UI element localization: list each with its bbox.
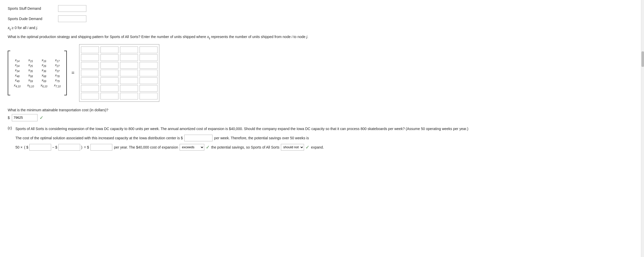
demand-section: Sports Stuff Demand Sports Dude Demand	[8, 5, 636, 22]
matrix-vars-row-3: x34 x35 x36 x37	[11, 68, 63, 73]
input-r7c1[interactable]	[81, 93, 99, 99]
input-r5c1[interactable]	[81, 77, 99, 84]
matrix-vars-inner: x14 x15 x16 x17 x24 x25 x26 x27 x34 x35 …	[11, 57, 63, 89]
optimal-question: What is the optimal production strategy …	[8, 34, 636, 40]
check-mark-3: ✓	[306, 144, 309, 150]
var-x48: x48	[11, 73, 23, 78]
paren-group: ( $ − $ )	[24, 144, 82, 151]
input-r5c4[interactable]	[140, 77, 158, 84]
var-x16: x16	[38, 58, 50, 63]
var-x410: x4,10	[11, 83, 23, 88]
sports-stuff-label: Sports Stuff Demand	[8, 6, 54, 11]
input-r2c1[interactable]	[81, 54, 99, 61]
input-row-2	[81, 54, 158, 61]
input-r3c4[interactable]	[140, 62, 158, 69]
var-x58: x58	[25, 73, 36, 78]
var-x610: x6,10	[38, 83, 50, 88]
var-x35: x35	[25, 68, 36, 73]
savings-total-input[interactable]	[90, 144, 112, 151]
input-r3c3[interactable]	[120, 62, 138, 69]
input-r6c3[interactable]	[120, 85, 138, 92]
input-row-5	[81, 77, 158, 84]
scrollbar-track[interactable]	[641, 0, 644, 160]
expansion-comparison-dropdown[interactable]: exceeds equals is less than	[180, 144, 204, 151]
input-r5c2[interactable]	[100, 77, 118, 84]
input-r3c2[interactable]	[100, 62, 118, 69]
min-transport-input[interactable]	[12, 114, 38, 121]
var-x14: x14	[11, 58, 23, 63]
should-expand-dropdown[interactable]: should not should	[281, 144, 304, 151]
input-r4c3[interactable]	[120, 70, 138, 76]
matrix-vars-row-5: x49 x59 x69 x79	[11, 78, 63, 83]
check-mark-1: ✓	[40, 115, 43, 121]
input-r7c2[interactable]	[100, 93, 118, 99]
input-r6c2[interactable]	[100, 85, 118, 92]
var-x79: x79	[51, 78, 63, 83]
paren-close: )	[81, 145, 82, 149]
left-bracket	[8, 51, 10, 95]
var-x15: x15	[25, 58, 36, 63]
var-x17: x17	[51, 58, 63, 63]
var-x59: x59	[25, 78, 36, 83]
equals-sign-2: = $	[84, 145, 89, 149]
potential-savings-text: the potential savings, so Sports of All …	[211, 145, 279, 149]
input-r2c4[interactable]	[140, 54, 158, 61]
input-r1c3[interactable]	[120, 47, 138, 53]
var-x69: x69	[38, 78, 50, 83]
var-x37: x37	[51, 68, 63, 73]
per-year-text: per year. The $40,000 cost of expansion	[114, 145, 178, 149]
sports-stuff-demand-row: Sports Stuff Demand	[8, 5, 636, 12]
input-r3c1[interactable]	[81, 62, 99, 69]
var-x49: x49	[11, 78, 23, 83]
min-transport-section: What is the minimum attainable transport…	[8, 108, 636, 121]
constraint-var: xij ≥ 0 for all i and j.	[8, 26, 38, 30]
var-x78: x78	[51, 73, 63, 78]
part-c-row2: 50 × ( $ − $ ) = $ per year. The $40,000…	[15, 144, 636, 151]
input-r7c4[interactable]	[140, 93, 158, 99]
var-x26: x26	[38, 63, 50, 68]
sports-dude-input[interactable]	[58, 15, 86, 22]
input-r5c3[interactable]	[120, 77, 138, 84]
input-row-3	[81, 62, 158, 69]
matrix-section: x14 x15 x16 x17 x24 x25 x26 x27 x34 x35 …	[8, 44, 636, 102]
savings-input-a[interactable]	[29, 144, 51, 151]
input-r4c2[interactable]	[100, 70, 118, 76]
input-row-4	[81, 70, 158, 76]
matrix-vars-row-4: x48 x58 x68 x78	[11, 73, 63, 78]
input-r1c1[interactable]	[81, 47, 99, 53]
minus-sign: − $	[52, 145, 57, 149]
matrix-vars-row-1: x14 x15 x16 x17	[11, 58, 63, 63]
input-r4c4[interactable]	[140, 70, 158, 76]
part-c-description: Sports of All Sorts is considering expan…	[15, 126, 636, 132]
part-c-letter: (c)	[8, 126, 15, 151]
var-x34: x34	[11, 68, 23, 73]
sports-dude-demand-row: Sports Dude Demand	[8, 15, 636, 22]
input-r1c2[interactable]	[100, 47, 118, 53]
dollar-sign: $	[8, 116, 10, 120]
var-x510: x5,10	[25, 83, 36, 88]
input-r6c4[interactable]	[140, 85, 158, 92]
var-x24: x24	[11, 63, 23, 68]
input-r2c3[interactable]	[120, 54, 138, 61]
input-r2c2[interactable]	[100, 54, 118, 61]
var-x710: x7,10	[51, 83, 63, 88]
var-x68: x68	[38, 73, 50, 78]
scrollbar-thumb[interactable]	[641, 51, 644, 67]
part-c-content: Sports of All Sorts is considering expan…	[15, 126, 636, 151]
min-transport-answer: $ ✓	[8, 114, 636, 121]
sports-stuff-input[interactable]	[58, 5, 86, 12]
right-bracket	[64, 51, 67, 95]
min-transport-question: What is the minimum attainable transport…	[8, 108, 636, 112]
input-row-1	[81, 47, 158, 53]
expand-text: expand.	[311, 145, 324, 149]
input-r4c1[interactable]	[81, 70, 99, 76]
input-r7c3[interactable]	[120, 93, 138, 99]
matrix-vars-row-2: x24 x25 x26 x27	[11, 63, 63, 68]
fifty-x-label: 50 ×	[15, 145, 23, 149]
savings-input-b[interactable]	[58, 144, 80, 151]
var-x36: x36	[38, 68, 50, 73]
iowa-cost-input[interactable]	[184, 135, 213, 141]
input-r1c4[interactable]	[140, 47, 158, 53]
input-r6c1[interactable]	[81, 85, 99, 92]
part-c-body: (c) Sports of All Sorts is considering e…	[8, 126, 636, 151]
